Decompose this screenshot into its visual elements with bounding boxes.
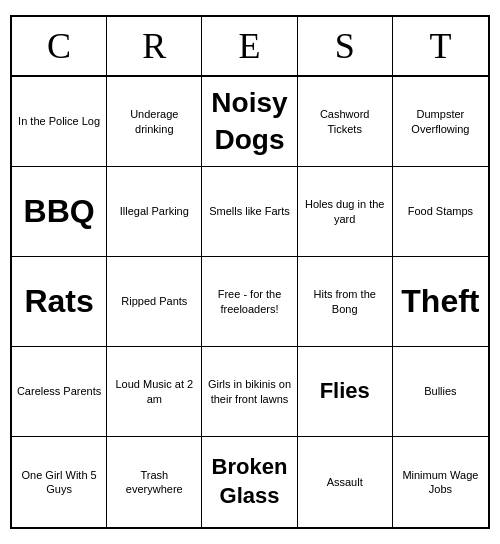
bingo-cell-18: Flies xyxy=(298,347,393,437)
bingo-cell-21: Trash everywhere xyxy=(107,437,202,527)
bingo-cell-19: Bullies xyxy=(393,347,488,437)
bingo-cell-20: One Girl With 5 Guys xyxy=(12,437,107,527)
bingo-cell-23: Assault xyxy=(298,437,393,527)
header-letter-r: R xyxy=(107,17,202,75)
bingo-cell-3: Cashword Tickets xyxy=(298,77,393,167)
bingo-cell-1: Underage drinking xyxy=(107,77,202,167)
bingo-cell-8: Holes dug in the yard xyxy=(298,167,393,257)
bingo-cell-22: Broken Glass xyxy=(202,437,297,527)
bingo-cell-24: Minimum Wage Jobs xyxy=(393,437,488,527)
bingo-cell-11: Ripped Pants xyxy=(107,257,202,347)
bingo-cell-16: Loud Music at 2 am xyxy=(107,347,202,437)
bingo-cell-7: Smells like Farts xyxy=(202,167,297,257)
bingo-cell-14: Theft xyxy=(393,257,488,347)
bingo-cell-4: Dumpster Overflowing xyxy=(393,77,488,167)
bingo-cell-0: In the Police Log xyxy=(12,77,107,167)
bingo-cell-9: Food Stamps xyxy=(393,167,488,257)
header-letter-s: S xyxy=(298,17,393,75)
bingo-grid: In the Police LogUnderage drinkingNoisy … xyxy=(12,77,488,527)
header-letter-e: E xyxy=(202,17,297,75)
bingo-cell-13: Hits from the Bong xyxy=(298,257,393,347)
bingo-cell-6: Illegal Parking xyxy=(107,167,202,257)
bingo-cell-17: Girls in bikinis on their front lawns xyxy=(202,347,297,437)
bingo-card: CREST In the Police LogUnderage drinking… xyxy=(10,15,490,529)
header-row: CREST xyxy=(12,17,488,77)
bingo-cell-15: Careless Parents xyxy=(12,347,107,437)
bingo-cell-2: Noisy Dogs xyxy=(202,77,297,167)
bingo-cell-5: BBQ xyxy=(12,167,107,257)
bingo-cell-12: Free - for the freeloaders! xyxy=(202,257,297,347)
header-letter-t: T xyxy=(393,17,488,75)
header-letter-c: C xyxy=(12,17,107,75)
bingo-cell-10: Rats xyxy=(12,257,107,347)
